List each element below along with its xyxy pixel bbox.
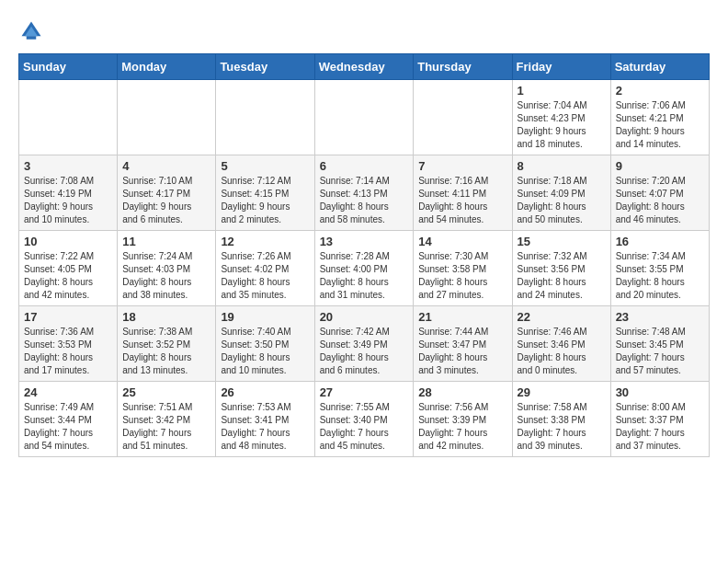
day-info: Sunrise: 7:22 AM Sunset: 4:05 PM Dayligh… [24,250,112,302]
day-number: 20 [320,310,409,324]
calendar-cell: 13Sunrise: 7:28 AM Sunset: 4:00 PM Dayli… [314,231,414,306]
calendar-cell: 1Sunrise: 7:04 AM Sunset: 4:23 PM Daylig… [512,80,610,155]
day-info: Sunrise: 7:40 AM Sunset: 3:50 PM Dayligh… [221,326,309,377]
calendar-cell: 10Sunrise: 7:22 AM Sunset: 4:05 PM Dayli… [19,231,118,306]
weekday-header-monday: Monday [118,54,216,80]
weekday-row: SundayMondayTuesdayWednesdayThursdayFrid… [19,54,710,80]
svg-rect-2 [27,36,37,40]
calendar: SundayMondayTuesdayWednesdayThursdayFrid… [18,53,710,457]
day-info: Sunrise: 7:20 AM Sunset: 4:07 PM Dayligh… [616,175,704,226]
calendar-cell [118,80,216,155]
day-info: Sunrise: 7:48 AM Sunset: 3:45 PM Dayligh… [616,326,704,377]
day-number: 14 [418,235,506,248]
calendar-cell: 8Sunrise: 7:18 AM Sunset: 4:09 PM Daylig… [512,155,610,231]
calendar-cell: 28Sunrise: 7:56 AM Sunset: 3:39 PM Dayli… [414,382,512,457]
day-info: Sunrise: 7:24 AM Sunset: 4:03 PM Dayligh… [122,250,210,302]
day-info: Sunrise: 7:32 AM Sunset: 3:56 PM Dayligh… [518,250,606,302]
calendar-cell [414,80,512,155]
day-number: 3 [24,159,112,173]
week-row-3: 10Sunrise: 7:22 AM Sunset: 4:05 PM Dayli… [19,231,710,306]
day-number: 4 [122,159,210,173]
calendar-cell: 18Sunrise: 7:38 AM Sunset: 3:52 PM Dayli… [118,306,216,382]
calendar-cell: 11Sunrise: 7:24 AM Sunset: 4:03 PM Dayli… [118,231,216,306]
day-number: 6 [320,159,409,173]
day-number: 1 [518,84,606,98]
calendar-cell: 3Sunrise: 7:08 AM Sunset: 4:19 PM Daylig… [19,155,118,231]
calendar-cell: 23Sunrise: 7:48 AM Sunset: 3:45 PM Dayli… [610,306,709,382]
calendar-cell: 9Sunrise: 7:20 AM Sunset: 4:07 PM Daylig… [610,155,709,231]
weekday-header-tuesday: Tuesday [216,54,314,80]
day-number: 17 [24,310,112,324]
day-number: 19 [221,310,309,324]
calendar-cell: 5Sunrise: 7:12 AM Sunset: 4:15 PM Daylig… [216,155,314,231]
calendar-cell: 27Sunrise: 7:55 AM Sunset: 3:40 PM Dayli… [314,382,414,457]
day-number: 10 [24,235,112,248]
day-info: Sunrise: 7:49 AM Sunset: 3:44 PM Dayligh… [24,401,112,453]
weekday-header-thursday: Thursday [414,54,512,80]
calendar-cell: 24Sunrise: 7:49 AM Sunset: 3:44 PM Dayli… [19,382,118,457]
week-row-2: 3Sunrise: 7:08 AM Sunset: 4:19 PM Daylig… [19,155,710,231]
weekday-header-wednesday: Wednesday [314,54,414,80]
calendar-cell [216,80,314,155]
day-number: 24 [24,385,112,399]
calendar-cell: 30Sunrise: 8:00 AM Sunset: 3:37 PM Dayli… [610,382,709,457]
day-info: Sunrise: 7:18 AM Sunset: 4:09 PM Dayligh… [518,175,606,226]
calendar-cell: 6Sunrise: 7:14 AM Sunset: 4:13 PM Daylig… [314,155,414,231]
calendar-cell [314,80,414,155]
day-info: Sunrise: 7:16 AM Sunset: 4:11 PM Dayligh… [418,175,506,226]
day-number: 13 [320,235,409,248]
calendar-cell: 19Sunrise: 7:40 AM Sunset: 3:50 PM Dayli… [216,306,314,382]
day-number: 21 [418,310,506,324]
day-number: 11 [122,235,210,248]
calendar-cell: 17Sunrise: 7:36 AM Sunset: 3:53 PM Dayli… [19,306,118,382]
day-info: Sunrise: 7:42 AM Sunset: 3:49 PM Dayligh… [320,326,409,377]
day-number: 25 [122,385,210,399]
day-number: 15 [518,235,606,248]
calendar-cell: 12Sunrise: 7:26 AM Sunset: 4:02 PM Dayli… [216,231,314,306]
weekday-header-saturday: Saturday [610,54,709,80]
calendar-cell: 7Sunrise: 7:16 AM Sunset: 4:11 PM Daylig… [414,155,512,231]
day-info: Sunrise: 7:08 AM Sunset: 4:19 PM Dayligh… [24,175,112,226]
day-number: 29 [518,385,606,399]
day-info: Sunrise: 7:34 AM Sunset: 3:55 PM Dayligh… [616,250,704,302]
day-number: 8 [518,159,606,173]
calendar-cell: 22Sunrise: 7:46 AM Sunset: 3:46 PM Dayli… [512,306,610,382]
day-number: 26 [221,385,309,399]
calendar-cell: 20Sunrise: 7:42 AM Sunset: 3:49 PM Dayli… [314,306,414,382]
day-info: Sunrise: 7:26 AM Sunset: 4:02 PM Dayligh… [221,250,309,302]
day-number: 7 [418,159,506,173]
day-info: Sunrise: 7:53 AM Sunset: 3:41 PM Dayligh… [221,401,309,453]
calendar-cell: 16Sunrise: 7:34 AM Sunset: 3:55 PM Dayli… [610,231,709,306]
page-header [18,18,710,44]
day-info: Sunrise: 7:58 AM Sunset: 3:38 PM Dayligh… [518,401,606,453]
calendar-cell: 15Sunrise: 7:32 AM Sunset: 3:56 PM Dayli… [512,231,610,306]
day-number: 9 [616,159,704,173]
day-number: 23 [616,310,704,324]
day-info: Sunrise: 8:00 AM Sunset: 3:37 PM Dayligh… [616,401,704,453]
week-row-5: 24Sunrise: 7:49 AM Sunset: 3:44 PM Dayli… [19,382,710,457]
day-info: Sunrise: 7:04 AM Sunset: 4:23 PM Dayligh… [518,99,606,151]
calendar-cell: 2Sunrise: 7:06 AM Sunset: 4:21 PM Daylig… [610,80,709,155]
day-number: 28 [418,385,506,399]
day-number: 2 [616,84,704,98]
day-info: Sunrise: 7:06 AM Sunset: 4:21 PM Dayligh… [616,99,704,151]
day-info: Sunrise: 7:14 AM Sunset: 4:13 PM Dayligh… [320,175,409,226]
calendar-cell: 26Sunrise: 7:53 AM Sunset: 3:41 PM Dayli… [216,382,314,457]
day-info: Sunrise: 7:28 AM Sunset: 4:00 PM Dayligh… [320,250,409,302]
week-row-1: 1Sunrise: 7:04 AM Sunset: 4:23 PM Daylig… [19,80,710,155]
day-number: 5 [221,159,309,173]
weekday-header-sunday: Sunday [19,54,118,80]
day-number: 18 [122,310,210,324]
calendar-cell: 14Sunrise: 7:30 AM Sunset: 3:58 PM Dayli… [414,231,512,306]
calendar-body: 1Sunrise: 7:04 AM Sunset: 4:23 PM Daylig… [19,80,710,457]
day-number: 27 [320,385,409,399]
calendar-cell: 4Sunrise: 7:10 AM Sunset: 4:17 PM Daylig… [118,155,216,231]
day-info: Sunrise: 7:12 AM Sunset: 4:15 PM Dayligh… [221,175,309,226]
calendar-cell: 29Sunrise: 7:58 AM Sunset: 3:38 PM Dayli… [512,382,610,457]
day-number: 22 [518,310,606,324]
day-info: Sunrise: 7:36 AM Sunset: 3:53 PM Dayligh… [24,326,112,377]
logo-icon [18,18,44,44]
day-info: Sunrise: 7:38 AM Sunset: 3:52 PM Dayligh… [122,326,210,377]
day-info: Sunrise: 7:51 AM Sunset: 3:42 PM Dayligh… [122,401,210,453]
weekday-header-friday: Friday [512,54,610,80]
